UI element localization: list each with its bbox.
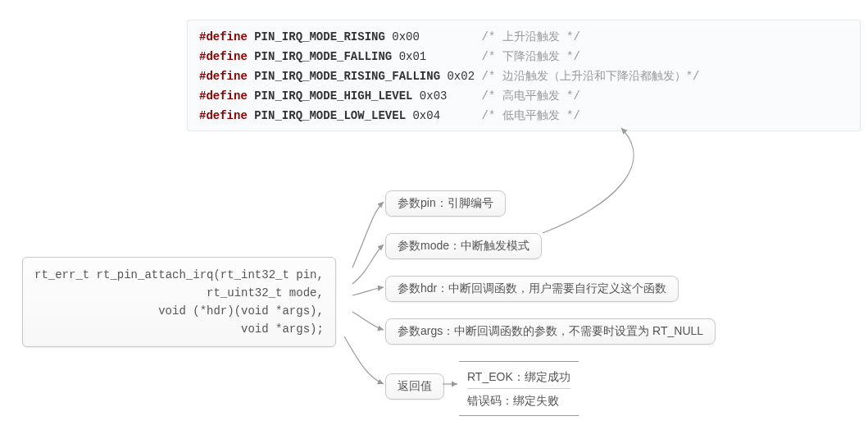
param-hdr-bubble: 参数hdr：中断回调函数，用户需要自行定义这个函数 xyxy=(385,276,679,302)
code-line: #define PIN_IRQ_MODE_FALLING 0x01 /* 下降沿… xyxy=(199,50,580,63)
code-line: #define PIN_IRQ_MODE_RISING 0x00 /* 上升沿触… xyxy=(199,30,580,43)
param-args-bubble: 参数args：中断回调函数的参数，不需要时设置为 RT_NULL xyxy=(385,318,716,345)
func-line: void (*hdr)(void *args), xyxy=(158,304,324,318)
func-line: void *args); xyxy=(241,322,324,336)
param-pin-bubble: 参数pin：引脚编号 xyxy=(385,190,506,217)
function-signature: rt_err_t rt_pin_attach_irq(rt_int32_t pi… xyxy=(22,257,336,347)
func-line: rt_err_t rt_pin_attach_irq(rt_int32_t pi… xyxy=(34,268,324,281)
code-line: #define PIN_IRQ_MODE_LOW_LEVEL 0x04 /* 低… xyxy=(199,109,580,122)
return-label: 返回值 xyxy=(385,373,444,400)
code-block: #define PIN_IRQ_MODE_RISING 0x00 /* 上升沿触… xyxy=(187,20,861,131)
code-line: #define PIN_IRQ_MODE_HIGH_LEVEL 0x03 /* … xyxy=(199,89,580,103)
return-values: RT_EOK：绑定成功 错误码：绑定失败 xyxy=(459,361,579,416)
return-ok: RT_EOK：绑定成功 xyxy=(467,365,570,389)
func-line: rt_uint32_t mode, xyxy=(207,286,324,300)
code-line: #define PIN_IRQ_MODE_RISING_FALLING 0x02… xyxy=(199,70,700,83)
return-err: 错误码：绑定失败 xyxy=(467,389,570,412)
param-mode-bubble: 参数mode：中断触发模式 xyxy=(385,233,542,259)
